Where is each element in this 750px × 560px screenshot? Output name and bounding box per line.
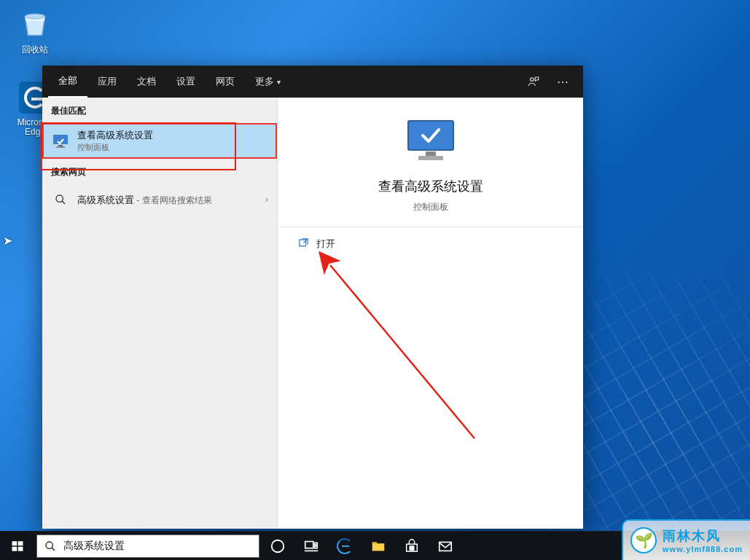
tab-label: 应用 (98, 75, 117, 88)
person-feedback-icon (527, 75, 540, 88)
system-settings-large-icon (404, 118, 458, 167)
svg-point-17 (272, 540, 284, 552)
section-header-best-match: 最佳匹配 (42, 98, 277, 123)
search-flyout: 全部 应用 文档 设置 网页 更多▾ ⋯ 最佳匹配 查看高级系统设置 控制面板 … (42, 66, 583, 529)
svg-rect-15 (18, 546, 23, 551)
system-settings-icon (51, 132, 70, 151)
taskbar-task-view[interactable] (294, 532, 328, 561)
task-view-icon (303, 538, 319, 554)
watermark-logo-icon: 🌱 (630, 527, 657, 553)
desktop-icon-label: 回收站 (9, 44, 61, 56)
search-preview-pane: 查看高级系统设置 控制面板 打开 (277, 98, 583, 529)
windows-logo-icon (11, 540, 24, 553)
web-result-query: 高级系统设置 (77, 194, 134, 205)
search-icon (37, 540, 63, 552)
search-tabs-bar: 全部 应用 文档 设置 网页 更多▾ ⋯ (42, 66, 583, 98)
ellipsis-icon: ⋯ (557, 75, 569, 89)
taskbar-app-file-explorer[interactable] (362, 532, 395, 561)
chevron-down-icon: ▾ (277, 78, 281, 86)
taskbar-search-box[interactable] (36, 535, 259, 558)
watermark-url: www.ylmf888.com (663, 545, 743, 553)
start-button[interactable] (0, 532, 35, 561)
cortana-icon (270, 538, 286, 554)
result-best-match[interactable]: 查看高级系统设置 控制面板 (42, 123, 277, 159)
svg-point-5 (56, 195, 63, 202)
svg-point-0 (25, 14, 45, 19)
svg-rect-22 (410, 546, 411, 548)
svg-line-11 (330, 265, 474, 438)
tab-label: 更多 (255, 75, 274, 88)
preview-subtitle: 控制面板 (285, 201, 576, 213)
svg-point-16 (46, 542, 52, 548)
taskbar-app-edge[interactable] (328, 532, 362, 561)
svg-rect-4 (56, 146, 65, 148)
svg-rect-8 (426, 151, 436, 156)
watermark-brand: 雨林木风 (663, 527, 743, 545)
result-subtitle: 控制面板 (77, 142, 268, 153)
recycle-bin-icon (17, 6, 52, 41)
chevron-right-icon: › (265, 194, 268, 205)
tab-all[interactable]: 全部 (48, 66, 87, 98)
preview-action-open[interactable]: 打开 (278, 227, 583, 261)
svg-point-1 (531, 78, 534, 82)
search-icon (51, 190, 70, 209)
store-icon (404, 538, 420, 554)
svg-rect-14 (12, 546, 17, 551)
edge-icon (337, 538, 353, 554)
tab-more[interactable]: 更多▾ (245, 66, 291, 98)
svg-rect-20 (315, 546, 318, 548)
result-title: 查看高级系统设置 (77, 129, 268, 142)
svg-rect-24 (410, 548, 411, 550)
mouse-cursor-icon: ➤ (3, 234, 12, 248)
taskbar-app-mail[interactable] (429, 532, 462, 561)
taskbar-search-input[interactable] (63, 540, 259, 552)
watermark-badge: 🌱 雨林木风 www.ylmf888.com (622, 519, 750, 560)
preview-action-label: 打开 (316, 237, 335, 251)
open-icon (298, 237, 309, 251)
svg-rect-26 (440, 542, 452, 551)
svg-rect-23 (412, 546, 413, 548)
tab-label: 网页 (216, 75, 235, 88)
svg-rect-19 (315, 543, 318, 545)
tab-docs[interactable]: 文档 (127, 66, 166, 98)
preview-title: 查看高级系统设置 (285, 178, 576, 195)
web-result-suffix: - 查看网络搜索结果 (134, 195, 212, 205)
desktop-icon-recycle-bin[interactable]: 回收站 (9, 6, 61, 56)
taskbar-cortana[interactable] (261, 532, 294, 561)
tab-settings[interactable]: 设置 (166, 66, 206, 98)
svg-rect-9 (418, 156, 443, 160)
section-header-search-web: 搜索网页 (42, 159, 277, 184)
svg-rect-18 (305, 541, 313, 548)
tab-apps[interactable]: 应用 (87, 66, 127, 98)
tab-label: 文档 (137, 75, 156, 88)
taskbar-app-store[interactable] (395, 532, 429, 561)
tab-web[interactable]: 网页 (206, 66, 245, 98)
result-web-search[interactable]: 高级系统设置 - 查看网络搜索结果 › (42, 184, 277, 215)
folder-icon (370, 538, 386, 554)
svg-rect-3 (58, 145, 63, 146)
svg-rect-13 (18, 541, 23, 545)
svg-rect-10 (300, 240, 306, 246)
tab-label: 全部 (58, 74, 77, 87)
feedback-button[interactable] (519, 66, 548, 98)
more-options-button[interactable]: ⋯ (548, 66, 577, 98)
search-results-column: 最佳匹配 查看高级系统设置 控制面板 搜索网页 高级系统设置 - 查看网络搜索结… (42, 98, 277, 529)
tab-label: 设置 (176, 75, 195, 88)
svg-rect-6 (408, 121, 453, 150)
svg-rect-25 (412, 548, 413, 550)
svg-rect-12 (12, 541, 17, 545)
mail-icon (437, 538, 453, 554)
